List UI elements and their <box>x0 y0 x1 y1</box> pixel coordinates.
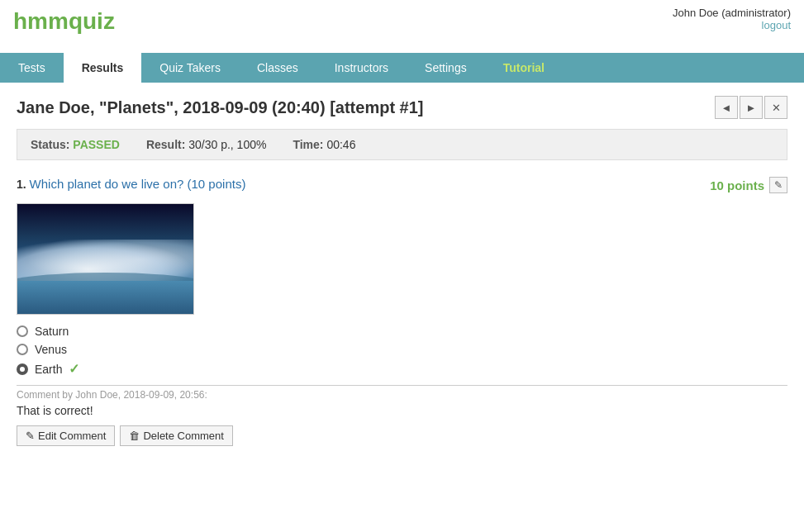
delete-comment-icon: 🗑 <box>129 430 140 442</box>
main-nav: Tests Results Quiz Takers Classes Instru… <box>0 53 804 83</box>
answers-list: Saturn Venus Earth ✓ <box>17 325 787 377</box>
comment-divider <box>17 385 787 386</box>
radio-earth <box>17 363 28 375</box>
comment-text: That is correct! <box>17 404 787 417</box>
comment-buttons: ✎ Edit Comment 🗑 Delete Comment <box>17 425 787 446</box>
nav-classes[interactable]: Classes <box>239 53 316 83</box>
user-info: John Doe (administrator) logout <box>673 7 791 31</box>
attempt-nav-buttons: ◄ ► ✕ <box>715 96 787 119</box>
edit-comment-icon: ✎ <box>26 430 35 442</box>
logout-link[interactable]: logout <box>673 19 791 31</box>
attempt-header: Jane Doe, "Planets", 2018-09-09 (20:40) … <box>17 96 787 119</box>
edit-points-button[interactable]: ✎ <box>769 177 787 193</box>
question-image <box>17 203 194 315</box>
nav-results[interactable]: Results <box>64 53 142 83</box>
edit-comment-label: Edit Comment <box>38 430 106 442</box>
answer-venus: Venus <box>17 343 787 356</box>
status-value: PASSED <box>73 138 120 151</box>
next-attempt-button[interactable]: ► <box>740 96 763 119</box>
nav-tutorial[interactable]: Tutorial <box>485 53 563 83</box>
user-name: John Doe (administrator) <box>673 7 791 19</box>
answer-label-earth: Earth <box>35 363 62 376</box>
attempt-title: Jane Doe, "Planets", 2018-09-09 (20:40) … <box>17 98 424 117</box>
answer-saturn: Saturn <box>17 325 787 338</box>
status-label: Status: <box>31 138 69 151</box>
radio-saturn <box>17 325 28 337</box>
question-row: 1. Which planet do we live on? (10 point… <box>17 177 787 193</box>
result-section: Result: 30/30 p., 100% <box>146 138 267 151</box>
time-label: Time: <box>293 138 323 151</box>
app-logo: hmmquiz <box>13 8 115 35</box>
status-section: Status: PASSED <box>31 138 120 151</box>
status-bar: Status: PASSED Result: 30/30 p., 100% Ti… <box>17 129 787 160</box>
correct-checkmark: ✓ <box>69 361 79 377</box>
time-value: 00:46 <box>326 138 355 151</box>
nav-instructors[interactable]: Instructors <box>316 53 407 83</box>
result-label: Result: <box>146 138 185 151</box>
question-number: 1. <box>17 178 26 191</box>
edit-comment-button[interactable]: ✎ Edit Comment <box>17 425 115 446</box>
logo-suffix: quiz <box>69 8 115 34</box>
nav-settings[interactable]: Settings <box>407 53 485 83</box>
horizon-layer <box>17 281 193 314</box>
result-value: 30/30 p., 100% <box>188 138 266 151</box>
answer-earth: Earth ✓ <box>17 361 787 377</box>
close-attempt-button[interactable]: ✕ <box>764 96 787 119</box>
time-section: Time: 00:46 <box>293 138 355 151</box>
comment-meta: Comment by John Doe, 2018-09-09, 20:56: <box>17 389 787 401</box>
delete-comment-label: Delete Comment <box>143 430 224 442</box>
radio-venus <box>17 344 28 355</box>
nav-quiz-takers[interactable]: Quiz Takers <box>141 53 239 83</box>
question-body: Which planet do we live on? (10 points) <box>30 177 246 191</box>
question-points: 10 points ✎ <box>710 177 787 193</box>
nav-tests[interactable]: Tests <box>0 53 64 83</box>
question-text: 1. Which planet do we live on? (10 point… <box>17 177 245 191</box>
answer-label-venus: Venus <box>35 343 67 356</box>
prev-attempt-button[interactable]: ◄ <box>715 96 738 119</box>
delete-comment-button[interactable]: 🗑 Delete Comment <box>120 425 233 446</box>
answer-label-saturn: Saturn <box>35 325 69 338</box>
points-value: 10 points <box>710 178 764 192</box>
logo-prefix: hmm <box>13 8 69 34</box>
